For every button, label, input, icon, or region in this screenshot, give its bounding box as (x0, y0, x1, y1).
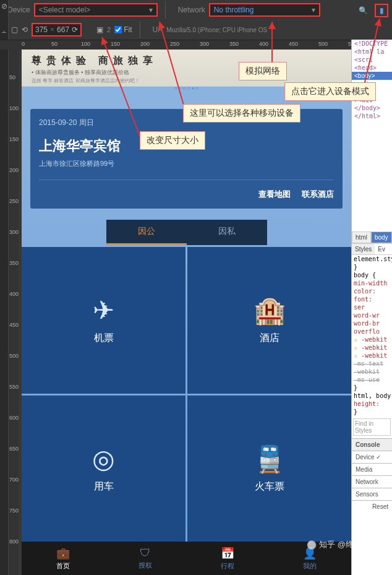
css-prop[interactable]: -ms-text (352, 360, 392, 368)
height-prop: height: (352, 400, 392, 408)
dom-node[interactable]: </html> (352, 112, 392, 120)
dom-node[interactable]: <head> (352, 64, 392, 72)
nav-auth[interactable]: 🛡授权 (104, 542, 186, 575)
css-prop[interactable]: color: (352, 287, 392, 295)
calendar-icon: 📅 (221, 547, 234, 560)
callout-phone: 点击它进入设备模式 (284, 82, 376, 101)
drawer-device[interactable]: Device ✓ (352, 451, 392, 463)
car-label: 用车 (94, 480, 114, 493)
screenshot-icon[interactable]: ▣ (96, 25, 103, 34)
dom-node[interactable]: <!DOCTYPE (352, 40, 392, 48)
grid-hotel[interactable]: 🏨酒店 (187, 247, 351, 394)
network-select[interactable]: No throttling (209, 3, 320, 17)
nav-home-label: 首页 (56, 561, 70, 571)
height-value: 667 (57, 25, 69, 34)
css-prop[interactable]: font: (352, 295, 392, 303)
hotel-card[interactable]: 2015-09-20 周日 上海华亭宾馆 上海市徐汇区徐桥路99号 查看地图 联… (30, 109, 343, 209)
devtools-pane: <!DOCTYPE<html la<scri<head><body> ▸<div… (351, 40, 392, 575)
rotate-icon[interactable]: ⟲ (22, 25, 28, 34)
fit-checkbox[interactable]: Fit (114, 25, 132, 34)
refresh-icon[interactable]: ⟳ (72, 25, 78, 34)
device-mode-icon[interactable]: ▮ (375, 4, 388, 17)
css-prop[interactable]: word-wr (352, 311, 392, 319)
css-prop[interactable]: -webkit (352, 344, 392, 352)
separator (140, 21, 140, 38)
htmlbody-selector: html, body (352, 392, 392, 400)
disable-icon[interactable]: ⊘ (0, 0, 9, 12)
css-prop[interactable]: -webkit (352, 352, 392, 360)
banner-title: 尊贵体验 商旅独享 (32, 54, 341, 67)
element-style: element.style (352, 255, 392, 263)
dom-node[interactable]: <scri (352, 56, 392, 64)
zoom-value: 2 (107, 26, 111, 33)
ua-value: Mozilla/5.0 (iPhone; CPU iPhone OS (166, 27, 267, 33)
crumb-body[interactable]: body (371, 231, 392, 243)
drawer-media[interactable]: Media (352, 463, 392, 475)
callout-device: 这里可以选择各种移动设备 (183, 104, 300, 123)
plane-icon: ✈ (93, 295, 114, 326)
grid-train[interactable]: 🚆火车票 (187, 396, 351, 542)
tab-public[interactable]: 因公 (106, 220, 187, 245)
body-selector: body { (352, 271, 392, 279)
nav-trip-label: 行程 (221, 561, 234, 571)
dom-node[interactable]: </body> (352, 104, 392, 112)
css-prop[interactable]: -ms-use (352, 376, 392, 384)
css-prop[interactable]: -webkit (352, 368, 392, 376)
crumb-html[interactable]: html (352, 231, 371, 243)
css-prop[interactable]: word-br (352, 319, 392, 327)
ua-label: UA (153, 25, 163, 34)
tab-private[interactable]: 因私 (187, 220, 267, 245)
nav-home[interactable]: 💼首页 (22, 542, 104, 575)
css-prop[interactable]: -webkit (352, 335, 392, 344)
train-icon: 🚆 (254, 444, 286, 474)
callout-network: 模拟网络 (239, 62, 287, 80)
device-select[interactable]: <Select model> (34, 3, 158, 17)
nav-trip[interactable]: 📅行程 (187, 542, 269, 575)
drawer-network[interactable]: Network (352, 475, 392, 488)
times: × (50, 25, 54, 34)
device-label: Device (7, 6, 30, 14)
contact-hotel-link[interactable]: 联系酒店 (302, 189, 334, 200)
view-map-link[interactable]: 查看地图 (258, 189, 291, 200)
find-in-styles[interactable]: Find in Styles (353, 418, 391, 436)
watermark: ⚪ 知乎 @终端研发部 (307, 539, 386, 550)
hotel-icon: 🏨 (254, 295, 286, 326)
css-prop[interactable]: min-width (352, 279, 392, 287)
network-label: Network (178, 6, 205, 14)
dimensions[interactable]: 375 × 667 ⟳ (32, 23, 82, 37)
separator (165, 1, 166, 19)
css-prop[interactable]: overflo (352, 327, 392, 335)
dock-icon[interactable]: ⫠ (0, 25, 9, 37)
dom-node[interactable]: <body> (352, 72, 392, 80)
banner-sub1: • 体验商旅尊贵服务 • 独享商旅优惠价格 (32, 69, 341, 77)
grid-flight[interactable]: ✈机票 (22, 247, 185, 394)
network-select-value: No throttling (214, 6, 254, 14)
callout-size: 改变尺寸大小 (140, 131, 205, 150)
banner[interactable]: 尊贵体验 商旅独享 • 体验商旅尊贵服务 • 独享商旅优惠价格 选择 尊享 标签… (22, 50, 351, 87)
train-label: 火车票 (255, 480, 284, 493)
hotel-address: 上海市徐汇区徐桥路99号 (39, 159, 334, 180)
shield-icon: 🛡 (140, 547, 151, 560)
search-icon[interactable]: 🔍 (356, 4, 370, 17)
fit-label: Fit (124, 25, 132, 34)
hotel-label: 酒店 (260, 332, 279, 345)
device-select-value: <Select model> (39, 6, 90, 14)
drawer-reset[interactable]: Reset (352, 500, 392, 512)
tab-events[interactable]: Ev (375, 244, 388, 254)
tabs: 因公 因私 (106, 220, 267, 245)
css-prop[interactable]: ser (352, 303, 392, 311)
crumb-tabs: html body (352, 231, 392, 244)
steering-icon: ◎ (92, 444, 115, 474)
ruler-horizontal: 050100150200250300350400450500550 (0, 40, 392, 50)
briefcase-icon: 💼 (56, 547, 70, 560)
tab-styles[interactable]: Styles (352, 244, 375, 254)
width-value: 375 (35, 25, 48, 34)
grid-car[interactable]: ◎用车 (22, 396, 185, 542)
bottom-nav: 💼首页 🛡授权 📅行程 👤我的 (22, 542, 351, 575)
ruler-vertical: 5010015020025030035040045050055060065070… (9, 50, 19, 575)
drawer-sensors[interactable]: Sensors (352, 488, 392, 500)
drawer-console[interactable]: Console (352, 438, 392, 451)
device-viewport: 尊贵体验 商旅独享 • 体验商旅尊贵服务 • 独享商旅优惠价格 选择 尊享 标签… (22, 50, 351, 575)
nav-auth-label: 授权 (138, 561, 152, 570)
dom-node[interactable]: <html la (352, 48, 392, 56)
